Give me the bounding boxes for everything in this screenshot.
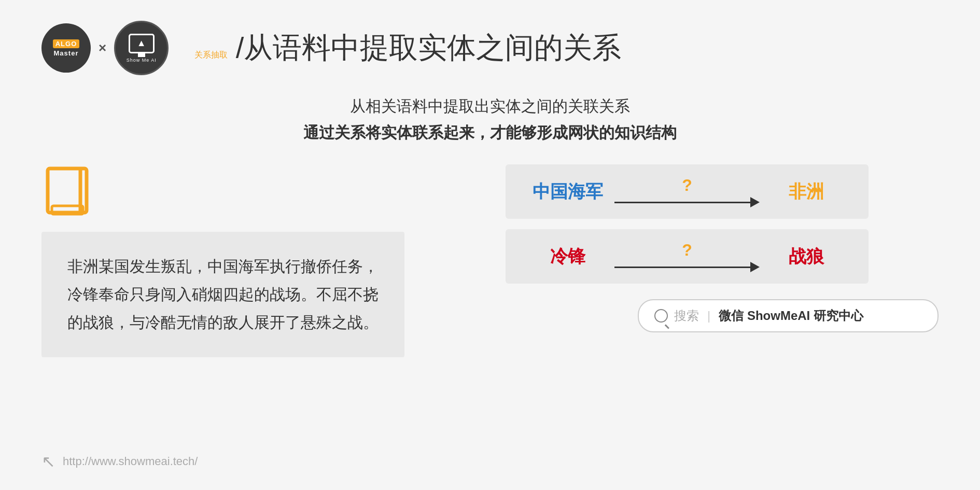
- relation-row-1: 中国海军 ? 非洲: [506, 164, 869, 219]
- footer-url: http://www.showmeai.tech/: [63, 455, 198, 468]
- search-bar[interactable]: 搜索 | 微信 ShowMeAI 研究中心: [638, 299, 939, 332]
- header-title: 关系抽取 /从语料中提取实体之间的关系: [194, 29, 621, 68]
- algo-master-logo: ALGO Master: [41, 23, 91, 73]
- arrow-shaft-1: [614, 202, 750, 203]
- question-mark-2: ?: [682, 241, 692, 260]
- search-divider: |: [707, 309, 710, 323]
- showme-logo: ▲ Show Me AI: [114, 21, 169, 75]
- arrow-area-2: ?: [614, 241, 760, 272]
- cursor-icon: ↖: [41, 452, 55, 471]
- text-box: 非洲某国发生叛乱，中国海军执行撤侨任务，冷锋奉命只身闯入硝烟四起的战场。不屈不挠…: [41, 232, 404, 357]
- text-content: 非洲某国发生叛乱，中国海军执行撤侨任务，冷锋奉命只身闯入硝烟四起的战场。不屈不挠…: [67, 258, 379, 331]
- entity-right-1: 非洲: [765, 180, 848, 204]
- subtitle-line1: 从相关语料中提取出实体之间的关联关系: [41, 96, 939, 117]
- master-text: Master: [54, 49, 79, 57]
- monitor-arrow: ▲: [137, 38, 146, 49]
- question-mark-1: ?: [682, 176, 692, 195]
- title-separator: /: [228, 31, 244, 64]
- title-orange: 关系抽取: [194, 50, 228, 59]
- book-icon: [41, 164, 99, 221]
- arrow-line-1: [614, 197, 760, 207]
- title-dark: 从语料中提取实体之间的关系: [244, 31, 621, 64]
- search-icon: [654, 309, 668, 323]
- showme-text: Show Me AI: [127, 58, 157, 63]
- entity-left-1: 中国海军: [526, 180, 609, 204]
- left-panel: 非洲某国发生叛乱，中国海军执行撤侨任务，冷锋奉命只身闯入硝烟四起的战场。不屈不挠…: [41, 164, 404, 357]
- arrow-head-1: [750, 197, 760, 207]
- arrow-head-2: [750, 262, 760, 272]
- subtitle-area: 从相关语料中提取出实体之间的关联关系 通过关系将实体联系起来，才能够形成网状的知…: [41, 96, 939, 144]
- right-panel: 中国海军 ? 非洲 冷锋 ?: [436, 164, 939, 332]
- arrow-line-2: [614, 262, 760, 272]
- subtitle-line2: 通过关系将实体联系起来，才能够形成网状的知识结构: [41, 122, 939, 144]
- search-placeholder: 搜索: [674, 307, 699, 324]
- entity-left-2: 冷锋: [526, 245, 609, 269]
- algo-text: ALGO: [53, 39, 80, 48]
- arrow-area-1: ?: [614, 176, 760, 207]
- logo-area: ALGO Master × ▲ Show Me AI: [41, 21, 169, 75]
- monitor-icon: ▲: [129, 34, 155, 53]
- search-brand: 微信 ShowMeAI 研究中心: [719, 307, 863, 324]
- book-icon-wrapper: [41, 164, 404, 223]
- entity-right-2: 战狼: [765, 245, 848, 269]
- relation-row-2: 冷锋 ? 战狼: [506, 229, 869, 284]
- footer: ↖ http://www.showmeai.tech/: [41, 452, 198, 471]
- page-container: ALGO Master × ▲ Show Me AI 关系抽取 /从语料中提取实…: [0, 0, 980, 490]
- svg-rect-2: [52, 206, 83, 214]
- header: ALGO Master × ▲ Show Me AI 关系抽取 /从语料中提取实…: [41, 21, 939, 75]
- arrow-shaft-2: [614, 267, 750, 268]
- main-content: 非洲某国发生叛乱，中国海军执行撤侨任务，冷锋奉命只身闯入硝烟四起的战场。不屈不挠…: [41, 164, 939, 357]
- x-separator: ×: [99, 40, 106, 56]
